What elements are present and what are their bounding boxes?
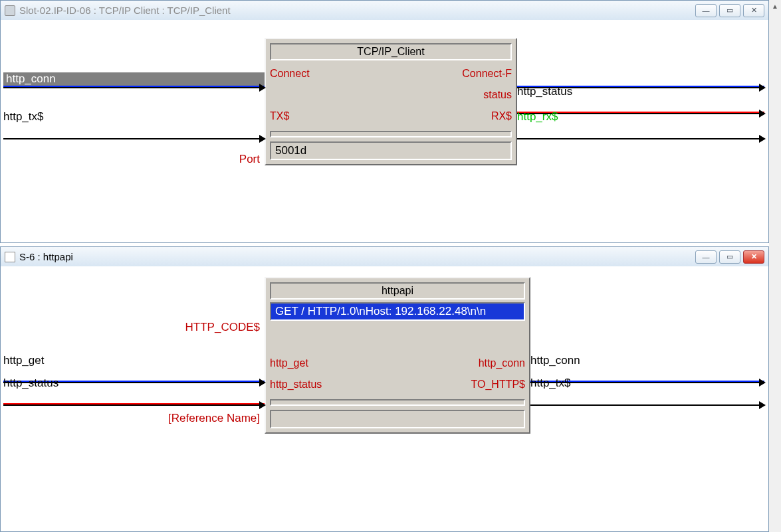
block-title-2: httpapi xyxy=(270,282,525,300)
input-signal-http-status[interactable]: http_status xyxy=(3,390,265,406)
minimize-button[interactable]: — xyxy=(695,4,717,17)
canvas-2[interactable]: httpapi GET / HTTP/1.0\nHost: 192.168.22… xyxy=(1,266,768,531)
window-tcpip-client: Slot-02.IP-ID-06 : TCP/IP Client : TCP/I… xyxy=(0,0,769,243)
port-connect-f[interactable]: Connect-F xyxy=(462,68,512,80)
http-code-label: HTTP_CODE$ xyxy=(173,321,260,334)
title-bar-2[interactable]: S-6 : httpapi — ▭ ✕ xyxy=(1,247,768,266)
port-http-get-in[interactable]: http_get xyxy=(270,357,308,369)
reference-name-input[interactable] xyxy=(270,410,525,428)
port-http-conn-out[interactable]: http_conn xyxy=(479,357,525,369)
port-to-http-out[interactable]: TO_HTTP$ xyxy=(471,379,526,391)
block-title-1: TCP/IP_Client xyxy=(270,43,512,60)
vertical-scrollbar[interactable]: ▲ xyxy=(769,0,781,532)
window-title-2: S-6 : httpapi xyxy=(19,251,695,262)
output-signal-http-tx[interactable]: http_tx$ xyxy=(530,390,764,406)
port-connect[interactable]: Connect xyxy=(270,68,310,80)
port-http-status-in[interactable]: http_status xyxy=(270,379,322,391)
port-param-label: Port xyxy=(227,153,260,166)
canvas-1[interactable]: TCP/IP_Client Connect Connect-F status T… xyxy=(1,20,768,242)
maximize-button[interactable]: ▭ xyxy=(719,250,740,264)
scroll-up-button[interactable]: ▲ xyxy=(769,0,781,12)
close-button[interactable]: ✕ xyxy=(743,4,764,17)
window-title-1: Slot-02.IP-ID-06 : TCP/IP Client : TCP/I… xyxy=(19,5,695,16)
port-rx[interactable]: RX$ xyxy=(491,110,512,122)
minimize-button[interactable]: — xyxy=(695,250,717,264)
port-tx[interactable]: TX$ xyxy=(270,110,289,122)
reference-name-label: [Reference Name] xyxy=(154,412,260,425)
port-value-input[interactable]: 5001d xyxy=(270,141,512,160)
block-tcpip-client[interactable]: TCP/IP_Client Connect Connect-F status T… xyxy=(265,38,517,165)
maximize-button[interactable]: ▭ xyxy=(719,4,740,17)
title-bar-1[interactable]: Slot-02.IP-ID-06 : TCP/IP Client : TCP/I… xyxy=(1,1,768,20)
port-status[interactable]: status xyxy=(483,89,512,101)
http-code-value[interactable]: GET / HTTP/1.0\nHost: 192.168.22.48\n\n xyxy=(270,302,525,321)
app-icon xyxy=(5,5,15,16)
block-httpapi[interactable]: httpapi GET / HTTP/1.0\nHost: 192.168.22… xyxy=(265,277,530,434)
window-httpapi: S-6 : httpapi — ▭ ✕ httpapi GET / HTTP/1… xyxy=(0,246,769,532)
close-button[interactable]: ✕ xyxy=(743,250,764,264)
input-signal-http-tx[interactable]: http_tx$ xyxy=(3,124,265,139)
output-signal-http-rx[interactable]: http_rx$ xyxy=(517,124,764,139)
app-icon xyxy=(5,252,15,262)
input-signal-http-conn[interactable]: http_conn xyxy=(3,72,265,88)
